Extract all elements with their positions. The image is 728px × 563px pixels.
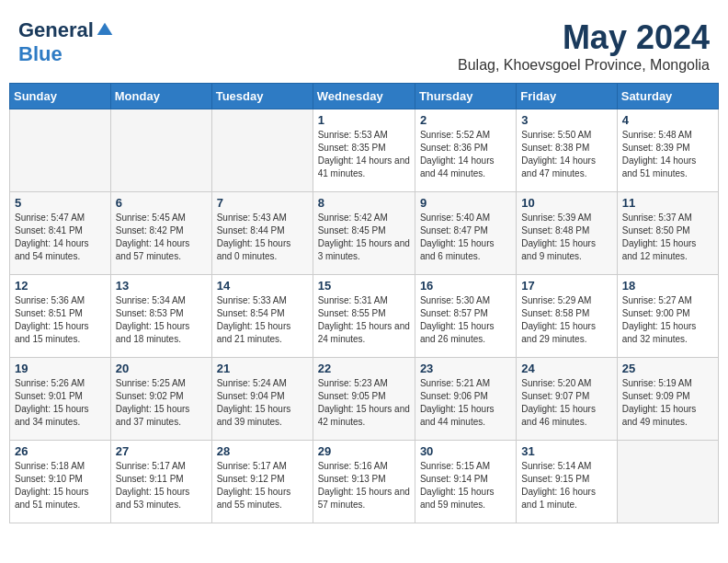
day-number: 3 bbox=[521, 113, 611, 127]
col-header-saturday: Saturday bbox=[617, 84, 718, 109]
empty-cell bbox=[10, 109, 111, 192]
day-cell-25: 25Sunrise: 5:19 AMSunset: 9:09 PMDayligh… bbox=[617, 358, 718, 441]
day-info: Sunrise: 5:23 AMSunset: 9:05 PMDaylight:… bbox=[318, 377, 410, 429]
week-row: 12Sunrise: 5:36 AMSunset: 8:51 PMDayligh… bbox=[10, 275, 719, 358]
day-info: Sunrise: 5:48 AMSunset: 8:39 PMDaylight:… bbox=[622, 129, 713, 180]
day-cell-16: 16Sunrise: 5:30 AMSunset: 8:57 PMDayligh… bbox=[415, 275, 516, 358]
empty-cell bbox=[211, 109, 313, 192]
day-cell-26: 26Sunrise: 5:18 AMSunset: 9:10 PMDayligh… bbox=[10, 441, 111, 523]
day-number: 19 bbox=[15, 362, 106, 375]
day-cell-4: 4Sunrise: 5:48 AMSunset: 8:39 PMDaylight… bbox=[617, 109, 718, 192]
empty-cell bbox=[110, 109, 211, 192]
col-header-sunday: Sunday bbox=[10, 84, 111, 109]
day-number: 14 bbox=[217, 279, 308, 293]
day-cell-29: 29Sunrise: 5:16 AMSunset: 9:13 PMDayligh… bbox=[313, 441, 415, 523]
col-header-monday: Monday bbox=[110, 84, 211, 109]
day-number: 2 bbox=[420, 113, 511, 127]
day-number: 15 bbox=[318, 279, 410, 293]
title-block: May 2024 Bulag, Khoevsgoel Province, Mon… bbox=[458, 18, 710, 74]
day-info: Sunrise: 5:45 AMSunset: 8:42 PMDaylight:… bbox=[116, 212, 207, 263]
calendar-table: SundayMondayTuesdayWednesdayThursdayFrid… bbox=[9, 83, 719, 523]
day-info: Sunrise: 5:19 AMSunset: 9:09 PMDaylight:… bbox=[622, 377, 713, 429]
day-info: Sunrise: 5:52 AMSunset: 8:36 PMDaylight:… bbox=[420, 129, 511, 180]
day-cell-20: 20Sunrise: 5:25 AMSunset: 9:02 PMDayligh… bbox=[110, 358, 211, 441]
day-number: 7 bbox=[217, 196, 308, 210]
week-row: 19Sunrise: 5:26 AMSunset: 9:01 PMDayligh… bbox=[10, 358, 719, 441]
day-info: Sunrise: 5:26 AMSunset: 9:01 PMDaylight:… bbox=[15, 377, 106, 429]
logo-icon bbox=[96, 21, 114, 40]
day-cell-10: 10Sunrise: 5:39 AMSunset: 8:48 PMDayligh… bbox=[517, 192, 617, 275]
day-info: Sunrise: 5:37 AMSunset: 8:50 PMDaylight:… bbox=[622, 212, 713, 263]
day-cell-24: 24Sunrise: 5:20 AMSunset: 9:07 PMDayligh… bbox=[517, 358, 617, 441]
logo-general: General bbox=[18, 18, 94, 42]
day-cell-9: 9Sunrise: 5:40 AMSunset: 8:47 PMDaylight… bbox=[415, 192, 516, 275]
day-info: Sunrise: 5:31 AMSunset: 8:55 PMDaylight:… bbox=[318, 294, 410, 346]
day-info: Sunrise: 5:39 AMSunset: 8:48 PMDaylight:… bbox=[521, 212, 611, 263]
day-number: 20 bbox=[116, 362, 207, 375]
day-cell-31: 31Sunrise: 5:14 AMSunset: 9:15 PMDayligh… bbox=[517, 441, 617, 523]
week-row: 5Sunrise: 5:47 AMSunset: 8:41 PMDaylight… bbox=[10, 192, 719, 275]
day-number: 23 bbox=[420, 362, 511, 375]
day-number: 5 bbox=[15, 196, 106, 210]
day-number: 1 bbox=[318, 113, 410, 127]
day-info: Sunrise: 5:40 AMSunset: 8:47 PMDaylight:… bbox=[420, 212, 511, 263]
day-number: 16 bbox=[420, 279, 511, 293]
day-number: 9 bbox=[420, 196, 511, 210]
month-title: May 2024 bbox=[458, 18, 710, 57]
day-cell-2: 2Sunrise: 5:52 AMSunset: 8:36 PMDaylight… bbox=[415, 109, 516, 192]
week-row: 1Sunrise: 5:53 AMSunset: 8:35 PMDaylight… bbox=[10, 109, 719, 192]
col-header-tuesday: Tuesday bbox=[211, 84, 313, 109]
col-header-friday: Friday bbox=[517, 84, 617, 109]
day-info: Sunrise: 5:25 AMSunset: 9:02 PMDaylight:… bbox=[116, 377, 207, 429]
day-number: 11 bbox=[622, 196, 713, 210]
day-cell-28: 28Sunrise: 5:17 AMSunset: 9:12 PMDayligh… bbox=[211, 441, 313, 523]
day-cell-21: 21Sunrise: 5:24 AMSunset: 9:04 PMDayligh… bbox=[211, 358, 313, 441]
day-cell-17: 17Sunrise: 5:29 AMSunset: 8:58 PMDayligh… bbox=[517, 275, 617, 358]
day-info: Sunrise: 5:36 AMSunset: 8:51 PMDaylight:… bbox=[15, 294, 106, 346]
day-info: Sunrise: 5:53 AMSunset: 8:35 PMDaylight:… bbox=[318, 129, 410, 180]
col-header-thursday: Thursday bbox=[415, 84, 516, 109]
day-cell-8: 8Sunrise: 5:42 AMSunset: 8:45 PMDaylight… bbox=[313, 192, 415, 275]
location-subtitle: Bulag, Khoevsgoel Province, Mongolia bbox=[458, 57, 710, 74]
day-info: Sunrise: 5:29 AMSunset: 8:58 PMDaylight:… bbox=[521, 294, 611, 346]
day-number: 18 bbox=[622, 279, 713, 293]
day-number: 4 bbox=[622, 113, 713, 127]
empty-cell bbox=[617, 441, 718, 523]
logo: General Blue bbox=[18, 18, 114, 66]
col-header-wednesday: Wednesday bbox=[313, 84, 415, 109]
day-info: Sunrise: 5:20 AMSunset: 9:07 PMDaylight:… bbox=[521, 377, 611, 429]
day-number: 29 bbox=[318, 444, 410, 458]
day-info: Sunrise: 5:33 AMSunset: 8:54 PMDaylight:… bbox=[217, 294, 308, 346]
day-number: 24 bbox=[521, 362, 611, 375]
day-number: 22 bbox=[318, 362, 410, 375]
day-number: 25 bbox=[622, 362, 713, 375]
day-info: Sunrise: 5:47 AMSunset: 8:41 PMDaylight:… bbox=[15, 212, 106, 263]
day-number: 26 bbox=[15, 444, 106, 458]
day-cell-18: 18Sunrise: 5:27 AMSunset: 9:00 PMDayligh… bbox=[617, 275, 718, 358]
day-number: 30 bbox=[420, 444, 511, 458]
day-cell-1: 1Sunrise: 5:53 AMSunset: 8:35 PMDaylight… bbox=[313, 109, 415, 192]
day-cell-6: 6Sunrise: 5:45 AMSunset: 8:42 PMDaylight… bbox=[110, 192, 211, 275]
day-number: 28 bbox=[217, 444, 308, 458]
day-cell-14: 14Sunrise: 5:33 AMSunset: 8:54 PMDayligh… bbox=[211, 275, 313, 358]
day-number: 21 bbox=[217, 362, 308, 375]
header-row: SundayMondayTuesdayWednesdayThursdayFrid… bbox=[10, 84, 719, 109]
day-cell-11: 11Sunrise: 5:37 AMSunset: 8:50 PMDayligh… bbox=[617, 192, 718, 275]
day-number: 13 bbox=[116, 279, 207, 293]
day-info: Sunrise: 5:34 AMSunset: 8:53 PMDaylight:… bbox=[116, 294, 207, 346]
day-info: Sunrise: 5:43 AMSunset: 8:44 PMDaylight:… bbox=[217, 212, 308, 263]
day-info: Sunrise: 5:17 AMSunset: 9:12 PMDaylight:… bbox=[217, 460, 308, 511]
day-cell-19: 19Sunrise: 5:26 AMSunset: 9:01 PMDayligh… bbox=[10, 358, 111, 441]
day-info: Sunrise: 5:15 AMSunset: 9:14 PMDaylight:… bbox=[420, 460, 511, 511]
day-info: Sunrise: 5:21 AMSunset: 9:06 PMDaylight:… bbox=[420, 377, 511, 429]
day-number: 8 bbox=[318, 196, 410, 210]
day-cell-12: 12Sunrise: 5:36 AMSunset: 8:51 PMDayligh… bbox=[10, 275, 111, 358]
day-cell-5: 5Sunrise: 5:47 AMSunset: 8:41 PMDaylight… bbox=[10, 192, 111, 275]
day-info: Sunrise: 5:24 AMSunset: 9:04 PMDaylight:… bbox=[217, 377, 308, 429]
logo-blue: Blue bbox=[18, 42, 63, 66]
day-cell-27: 27Sunrise: 5:17 AMSunset: 9:11 PMDayligh… bbox=[110, 441, 211, 523]
page-header: General Blue May 2024 Bulag, Khoevsgoel … bbox=[9, 9, 719, 78]
day-cell-23: 23Sunrise: 5:21 AMSunset: 9:06 PMDayligh… bbox=[415, 358, 516, 441]
day-info: Sunrise: 5:30 AMSunset: 8:57 PMDaylight:… bbox=[420, 294, 511, 346]
day-info: Sunrise: 5:14 AMSunset: 9:15 PMDaylight:… bbox=[521, 460, 611, 511]
